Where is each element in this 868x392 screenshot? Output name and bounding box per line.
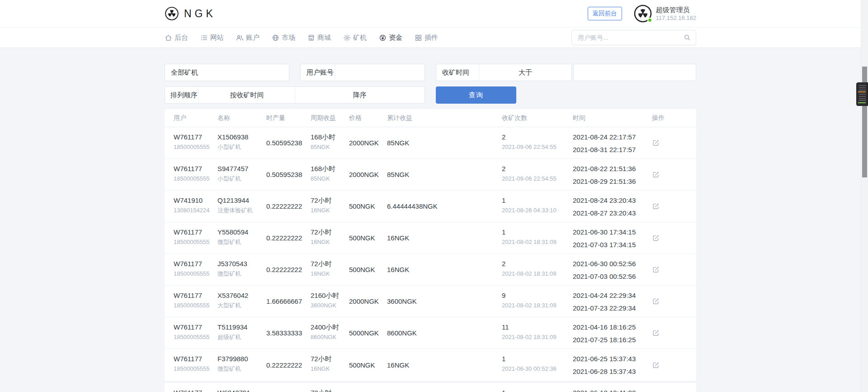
user-meta: 超级管理员 117.152.16.182	[656, 6, 696, 22]
user-cell: W74191013080154224	[174, 191, 217, 222]
price-cell: 500NGK	[349, 222, 387, 253]
edit-icon[interactable]	[652, 202, 660, 210]
column-header: 时间	[573, 109, 652, 127]
filter-row-1: 全部矿机 用户账号 收矿时间 大于	[165, 64, 696, 81]
action-cell	[652, 222, 687, 253]
name-cell: W6842791	[217, 383, 266, 392]
nav-item-7[interactable]: 插件	[415, 33, 438, 42]
edit-icon[interactable]	[652, 234, 660, 242]
total-yield-cell: 16NGK	[387, 254, 502, 285]
globe-icon	[272, 34, 279, 42]
name-cell: J5370543微型矿机	[217, 254, 266, 285]
user-account-input[interactable]	[335, 64, 425, 81]
period-yield-cell: 2400小时8600NGK	[311, 317, 349, 349]
nav-item-label: 市场	[282, 33, 295, 42]
miner-type-select[interactable]: 全部矿机	[165, 64, 289, 81]
name-cell: X5376042大型矿机	[217, 286, 266, 317]
price-cell: 2000NGK	[349, 159, 387, 190]
search-input[interactable]	[577, 33, 684, 42]
ngk-logo-icon	[165, 6, 179, 21]
collect-time-input[interactable]	[574, 64, 696, 81]
total-yield-cell: 85NGK	[387, 159, 502, 190]
nav-item-4[interactable]: 商城	[307, 33, 331, 42]
shop-icon	[307, 34, 315, 42]
topbar: NGK 返回前台 超级管理员 117.152.16.182	[0, 0, 868, 27]
nav-item-0[interactable]: 后台	[165, 33, 188, 42]
nav-search-box	[571, 30, 696, 45]
table-row: W76117718500005555F3799880微型矿机0.22222222…	[165, 349, 696, 381]
time-cell: 2021-06-25 15:37:432021-06-28 15:37:43	[573, 349, 652, 381]
hourly-output-cell: 0.22222222	[266, 349, 311, 381]
edit-icon[interactable]	[652, 329, 660, 337]
collect-count-cell: 22021-08-02 18:31:09	[502, 254, 573, 285]
sort-field-select[interactable]: 按收矿时间	[199, 87, 295, 103]
edit-icon[interactable]	[652, 266, 660, 273]
user-cell: W76117718500005555	[174, 159, 217, 190]
scrollbar-track[interactable]	[861, 0, 868, 392]
nav-item-5[interactable]: 矿机	[343, 33, 367, 42]
user-account-filter: 用户账号	[300, 64, 425, 81]
user-cell: W76117718500005555	[174, 286, 217, 317]
avatar[interactable]	[634, 5, 652, 23]
action-cell	[652, 191, 687, 222]
collect-time-operator-select[interactable]: 大于	[479, 64, 571, 81]
price-cell: 500NGK	[349, 349, 387, 381]
edit-icon[interactable]	[652, 361, 660, 369]
collect-count-cell: 12021-08-02 18:31:09	[502, 222, 573, 253]
query-button[interactable]: 查询	[436, 86, 516, 104]
nav-item-label: 商城	[317, 33, 331, 42]
nav-item-1[interactable]: 网站	[200, 33, 224, 42]
price-cell: 500NGK	[349, 191, 387, 222]
nav-item-label: 插件	[425, 33, 438, 42]
period-yield-cell: 72小时16NGK	[311, 254, 349, 285]
nav-item-3[interactable]: 市场	[272, 33, 295, 42]
sort-filter: 排列顺序 按收矿时间 降序	[165, 86, 425, 104]
nav-item-label: 网站	[210, 33, 224, 42]
total-yield-cell: 16NGK	[387, 222, 502, 253]
user-ip: 117.152.16.182	[656, 14, 696, 22]
hourly-output-cell: 0.50595238	[266, 127, 311, 158]
sort-direction-select[interactable]: 降序	[295, 87, 425, 103]
table-row: W76117718500005555X5376042大型矿机1.66666667…	[165, 286, 696, 317]
coin-icon	[379, 34, 387, 42]
time-cell: 2021-08-22 21:51:362021-08-29 21:51:36	[573, 159, 652, 190]
table-row: W761177W684279172小时12021-06-18 19:41:00	[165, 383, 696, 392]
user-cell: W76117718500005555	[174, 349, 217, 381]
page: NGK 返回前台 超级管理员 117.152.16.182 后台网站账户市场商城…	[0, 0, 868, 392]
total-yield-cell: 16NGK	[387, 349, 502, 381]
back-to-front-button[interactable]: 返回前台	[588, 7, 622, 20]
name-cell: S9477457小型矿机	[217, 159, 266, 190]
hourly-output-cell: 3.58333333	[266, 317, 311, 349]
miner-table: 用户名称时产量周期收益价格累计收益收矿次数时间操作 W7611771850000…	[165, 109, 696, 381]
collect-count-cell: 12021-08-26 04:33:10	[502, 191, 573, 222]
period-yield-cell: 72小时16NGK	[311, 349, 349, 381]
nav-item-label: 资金	[389, 33, 402, 42]
table-row: W74191013080154224Q1213944注册体验矿机0.222222…	[165, 191, 696, 222]
search-icon[interactable]	[684, 34, 691, 41]
nav-item-2[interactable]: 账户	[236, 33, 259, 42]
column-header: 用户	[174, 109, 217, 127]
total-yield-cell: 85NGK	[387, 127, 502, 158]
online-status-dot	[647, 18, 652, 23]
column-header: 操作	[652, 109, 687, 127]
collect-time-label: 收矿时间	[436, 64, 479, 81]
edit-icon[interactable]	[652, 171, 660, 178]
nav-item-label: 账户	[246, 33, 259, 42]
list-icon	[200, 34, 208, 42]
collect-time-value-box	[573, 64, 696, 81]
user-cell: W76117718500005555	[174, 254, 217, 285]
hourly-output-cell: 1.66666667	[266, 286, 311, 317]
time-cell: 2021-04-16 18:16:252021-07-25 18:16:25	[573, 317, 652, 349]
edit-icon[interactable]	[652, 139, 660, 147]
collect-count-cell: 22021-09-06 22:54:55	[502, 127, 573, 158]
scroll-minimap-widget[interactable]	[856, 82, 868, 106]
hourly-output-cell: 0.22222222	[266, 191, 311, 222]
action-cell	[652, 383, 687, 392]
collect-count-cell: 112021-08-02 18:31:09	[502, 317, 573, 349]
brand: NGK	[165, 6, 216, 21]
nav-item-label: 矿机	[353, 33, 367, 42]
column-header: 周期收益	[311, 109, 349, 127]
nav-item-6[interactable]: 资金	[379, 33, 402, 42]
edit-icon[interactable]	[652, 297, 660, 305]
time-cell: 2021-08-24 22:17:572021-08-31 22:17:57	[573, 127, 652, 158]
